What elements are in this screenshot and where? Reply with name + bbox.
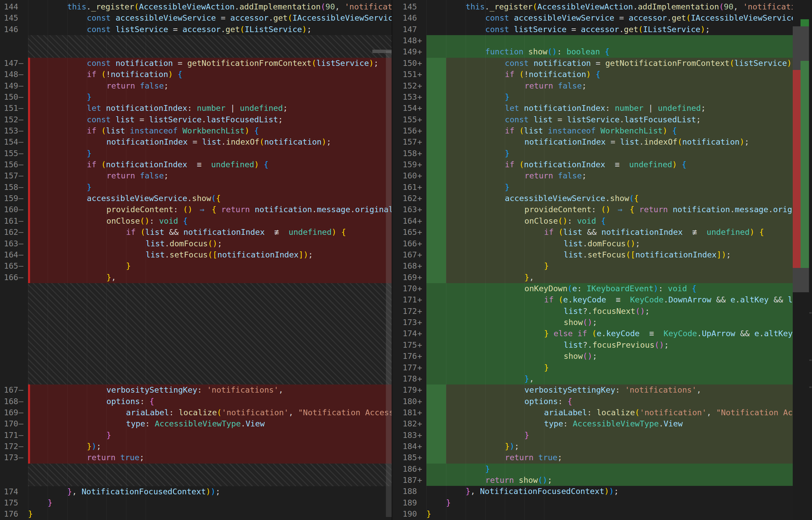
code-content[interactable]: ariaLabel: localize('notification', "Not… <box>28 407 392 418</box>
code-content[interactable]: if (notificationIndex ≡ undefined) { <box>28 159 392 170</box>
code-content[interactable]: const notification = getNotificationFrom… <box>426 58 812 69</box>
code-content[interactable]: list?.focusNext(); <box>426 306 812 317</box>
code-content[interactable]: } <box>28 148 392 159</box>
code-content[interactable] <box>28 464 392 486</box>
original-editor-pane[interactable]: 144this._register(AccessibleViewAction.a… <box>0 0 392 520</box>
code-content[interactable]: return false; <box>28 170 392 181</box>
code-content[interactable]: provideContent: () ⇒ { return notificati… <box>28 204 392 215</box>
code-content[interactable]: this._register(AccessibleViewAction.addI… <box>426 1 812 13</box>
code-content[interactable]: accessibleViewService.show({ <box>28 193 392 204</box>
code-content[interactable]: } <box>426 261 812 272</box>
code-content[interactable]: } <box>28 92 392 103</box>
code-content[interactable]: let notificationIndex: number | undefine… <box>426 103 812 114</box>
code-content[interactable]: notificationIndex = list.indexOf(notific… <box>426 137 812 148</box>
code-content[interactable]: } <box>28 430 392 441</box>
code-content[interactable]: if (!notification) { <box>426 69 812 80</box>
code-content[interactable]: return false; <box>28 80 392 92</box>
code-content[interactable]: } <box>28 261 392 272</box>
code-content[interactable]: type: AccessibleViewType.View <box>426 418 812 429</box>
code-content[interactable]: return false; <box>426 170 812 181</box>
code-content[interactable]: options: { <box>28 396 392 407</box>
gutter: 157– <box>0 170 28 181</box>
code-content[interactable]: } <box>426 497 812 509</box>
code-content[interactable]: if (!notification) { <box>28 69 392 80</box>
code-content[interactable]: return show(); <box>426 475 812 486</box>
code-content[interactable]: const list = listService.lastFocusedList… <box>28 114 392 125</box>
code-content[interactable]: } <box>28 509 392 520</box>
code-content[interactable]: function show(): boolean { <box>426 46 812 57</box>
code-content[interactable]: show(); <box>426 351 812 362</box>
code-content[interactable]: provideContent: () ⇒ { return notificati… <box>426 204 812 215</box>
code-content[interactable]: } <box>426 430 812 441</box>
code-content[interactable] <box>426 35 812 46</box>
code-content[interactable]: const listService = accessor.get(IListSe… <box>426 24 812 35</box>
code-content[interactable]: list?.focusPrevious(); <box>426 340 812 351</box>
code-content[interactable]: options: { <box>426 396 812 407</box>
code-content[interactable]: accessibleViewService.show({ <box>426 193 812 204</box>
code-content[interactable]: return true; <box>28 452 392 463</box>
line-number: 152 <box>0 114 18 125</box>
code-content[interactable] <box>28 35 392 58</box>
code-content[interactable]: }); <box>28 441 392 452</box>
code-content[interactable]: }, <box>426 373 812 385</box>
code-content[interactable]: verbositySettingKey: 'notifications', <box>28 385 392 396</box>
code-content[interactable]: show(); <box>426 317 812 328</box>
left-scrollbar-slider[interactable] <box>386 51 392 517</box>
code-content[interactable]: list.setFocus([notificationIndex]); <box>426 249 812 261</box>
line-number: 175 <box>0 497 18 509</box>
added-line-marker: + <box>417 464 426 475</box>
line-number: 148 <box>392 35 417 46</box>
code-content[interactable]: }, <box>28 272 392 283</box>
code-content[interactable]: notificationIndex = list.indexOf(notific… <box>28 137 392 148</box>
code-content[interactable]: if (list instanceof WorkbenchList) { <box>28 125 392 137</box>
code-content[interactable]: const accessibleViewService = accessor.g… <box>426 13 812 24</box>
gutter: 154– <box>0 137 28 148</box>
code-content[interactable]: if (list && notificationIndex ≢ undefine… <box>28 227 392 238</box>
code-content[interactable]: type: AccessibleViewType.View <box>28 418 392 429</box>
code-line: 177+} <box>392 362 812 373</box>
code-content[interactable]: } <box>426 464 812 475</box>
code-content[interactable]: verbositySettingKey: 'notifications', <box>426 385 812 396</box>
code-content[interactable]: const list = listService.lastFocusedList… <box>426 114 812 125</box>
deleted-line-marker: – <box>18 69 28 80</box>
code-content[interactable]: } <box>28 182 392 193</box>
code-content[interactable]: let notificationIndex: number | undefine… <box>28 103 392 114</box>
code-content[interactable]: return true; <box>426 452 812 463</box>
code-content[interactable]: const listService = accessor.get(IListSe… <box>28 24 392 35</box>
code-content[interactable]: } <box>426 148 812 159</box>
code-content[interactable]: } <box>426 92 812 103</box>
gutter: 152– <box>0 114 28 125</box>
code-content[interactable]: const notification = getNotificationFrom… <box>28 58 392 69</box>
code-content[interactable]: } else if (e.keyCode ≡ KeyCode.UpArrow &… <box>426 328 812 339</box>
code-content[interactable]: onKeyDown(e: IKeyboardEvent): void { <box>426 283 812 294</box>
line-number: 154 <box>0 137 18 148</box>
gutter: 148– <box>0 69 28 80</box>
code-content[interactable]: list.domFocus(); <box>426 238 812 249</box>
code-content[interactable]: }); <box>426 441 812 452</box>
code-content[interactable]: } <box>426 182 812 193</box>
code-content[interactable]: if (list instanceof WorkbenchList) { <box>426 125 812 137</box>
code-content[interactable]: list.domFocus(); <box>28 238 392 249</box>
code-content[interactable]: if (list && notificationIndex ≢ undefine… <box>426 227 812 238</box>
line-number: 186 <box>392 464 417 475</box>
code-content[interactable]: if (e.keyCode ≡ KeyCode.DownArrow && e.a… <box>426 294 812 305</box>
code-line: 163–list.domFocus(); <box>0 238 392 249</box>
code-content[interactable]: }, NotificationFocusedContext)); <box>426 486 812 497</box>
code-content[interactable]: onClose(): void { <box>426 216 812 227</box>
code-content[interactable]: return false; <box>426 80 812 92</box>
code-content[interactable]: } <box>426 362 812 373</box>
code-content[interactable]: list.setFocus([notificationIndex]); <box>28 249 392 261</box>
code-content[interactable]: onClose(): void { <box>28 216 392 227</box>
code-content[interactable]: const accessibleViewService = accessor.g… <box>28 13 392 24</box>
code-content[interactable]: if (notificationIndex ≡ undefined) { <box>426 159 812 170</box>
code-content[interactable]: } <box>28 497 392 509</box>
code-content[interactable]: ariaLabel: localize('notification', "Not… <box>426 407 812 418</box>
deleted-line-marker: – <box>18 80 28 92</box>
code-content[interactable] <box>28 283 392 385</box>
code-content[interactable]: this._register(AccessibleViewAction.addI… <box>28 1 392 13</box>
code-content[interactable]: }, NotificationFocusedContext)); <box>28 486 392 497</box>
modified-editor-pane[interactable]: 145this._register(AccessibleViewAction.a… <box>392 0 812 520</box>
code-content[interactable]: } <box>426 509 812 520</box>
code-line: 166+list.domFocus(); <box>392 238 812 249</box>
code-content[interactable]: }, <box>426 272 812 283</box>
